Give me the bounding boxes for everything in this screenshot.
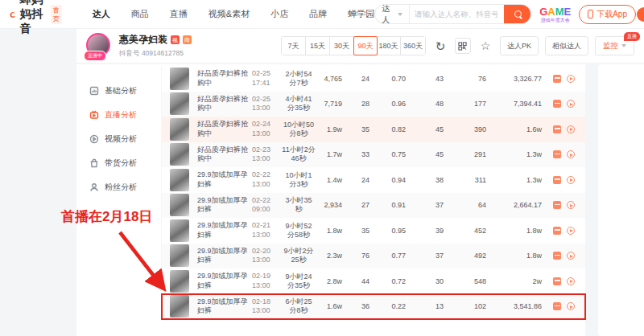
download-app-button[interactable]: 下载App <box>579 5 636 24</box>
live-title[interactable]: 好品质孕妇裤抢购中 <box>197 69 250 88</box>
stat-products: 30 <box>406 277 444 285</box>
similar-daren-button[interactable]: 相似达人 <box>545 36 588 55</box>
replay-icon[interactable] <box>567 75 575 83</box>
sidebar-item-video[interactable]: 视频分析 <box>76 127 159 151</box>
live-record-row[interactable]: 好品质孕妇裤抢购中 02-2313:00 11小时2分46秒 1.7w 33 0… <box>162 142 585 168</box>
live-title[interactable]: 29.9加绒加厚孕妇裤 <box>197 297 250 316</box>
game-event-logo[interactable]: GAME 游戏年度大会 <box>539 6 571 23</box>
live-cover-thumbnail[interactable] <box>170 143 189 166</box>
live-record-row[interactable]: 好品质孕妇裤抢购中 02-2513:00 4小时41分35秒 7,719 28 … <box>162 92 585 117</box>
goods-list-icon[interactable] <box>553 201 561 209</box>
live-title[interactable]: 29.9加绒加厚孕妇裤 <box>197 272 250 290</box>
favorite-star-icon[interactable]: ☆ <box>477 38 493 54</box>
goods-list-icon[interactable] <box>553 125 561 133</box>
live-record-row[interactable]: 29.9加绒加厚孕妇裤 02-2213:00 10小时1分3秒 1.4w 24 … <box>162 167 585 193</box>
range-30d[interactable]: 30天 <box>330 37 354 55</box>
stat-sales-amount: 1.6w <box>486 125 542 133</box>
brand-logo[interactable]: 蝉妈妈抖音 首页 <box>8 0 62 36</box>
live-datetime: 02-2113:00 <box>250 221 281 240</box>
live-cover-thumbnail[interactable] <box>170 118 189 141</box>
stat-peak: 36 <box>342 302 369 310</box>
goods-list-icon[interactable] <box>553 75 561 83</box>
live-title[interactable]: 好品质孕妇裤抢购中 <box>197 120 250 138</box>
live-record-row[interactable]: 好品质孕妇裤抢购中 02-2517:41 2小时54分7秒 4,765 24 0… <box>162 66 585 92</box>
search-button[interactable] <box>504 4 531 24</box>
analysis-card: 基础分析 直播分析 视频分析 带货分析 粉丝分析 好品质孕妇裤抢购 <box>76 64 585 336</box>
sidebar-item-live[interactable]: 直播分析 <box>76 103 159 127</box>
range-360d[interactable]: 360天 <box>401 37 425 55</box>
stat-products: 43 <box>406 75 444 83</box>
live-cover-thumbnail[interactable] <box>170 270 189 293</box>
replay-icon[interactable] <box>567 277 575 285</box>
nav-item-shop[interactable]: 小店 <box>270 8 288 20</box>
range-90d[interactable]: 90天 <box>353 36 378 55</box>
nav-item-academy[interactable]: 蝉学园 <box>348 8 374 20</box>
search-input[interactable] <box>410 10 505 18</box>
stat-ratio: 0.82 <box>369 125 406 133</box>
nav-item-goods[interactable]: 商品 <box>131 8 149 20</box>
douyin-id: 抖音号 40914612785 <box>119 49 192 59</box>
live-record-row[interactable]: 29.9加绒加厚孕妇裤 02-2013:00 9小时2分25秒 2.3w 76 … <box>162 244 585 269</box>
search-category-select[interactable]: 达人 <box>375 5 410 23</box>
live-record-row[interactable]: 29.9加绒加厚孕妇裤 02-2209:00 3小时35秒 2,934 27 0… <box>162 193 585 219</box>
live-title[interactable]: 29.9加绒加厚孕妇裤 <box>197 170 250 189</box>
goods-list-icon[interactable] <box>553 277 561 285</box>
replay-icon[interactable] <box>567 100 575 108</box>
live-cover-thumbnail[interactable] <box>170 68 189 90</box>
live-title[interactable]: 29.9加绒加厚孕妇裤 <box>197 221 250 240</box>
goods-list-icon[interactable] <box>553 302 561 310</box>
goods-list-icon[interactable] <box>553 100 561 108</box>
live-title[interactable]: 29.9加绒加厚孕妇裤 <box>197 196 250 215</box>
live-datetime: 02-2209:00 <box>250 196 281 215</box>
replay-icon[interactable] <box>567 302 575 310</box>
avatar[interactable]: 直播中 <box>86 33 112 59</box>
live-title[interactable]: 好品质孕妇裤抢购中 <box>197 95 250 113</box>
live-cover-thumbnail[interactable] <box>170 194 189 216</box>
live-cover-thumbnail[interactable] <box>170 92 189 115</box>
replay-icon[interactable] <box>567 227 575 235</box>
replay-icon[interactable] <box>567 125 575 133</box>
live-cover-thumbnail[interactable] <box>170 169 189 191</box>
range-7d[interactable]: 7天 <box>282 37 306 55</box>
live-record-row[interactable]: 好品质孕妇裤抢购中 02-2413:00 10小时50分8秒 1.9w 35 0… <box>162 117 585 142</box>
live-duration: 2小时54分7秒 <box>281 70 316 88</box>
sidebar-item-basic[interactable]: 基础分析 <box>76 79 159 103</box>
live-record-row[interactable]: 29.9加绒加厚孕妇裤 02-2113:00 9小时52分58秒 1.8w 35… <box>162 218 585 244</box>
top-navbar: 蝉妈妈抖音 首页 达人 商品 直播 视频&素材 小店 品牌 蝉学园 达人 <box>0 0 644 29</box>
replay-icon[interactable] <box>567 176 575 184</box>
stat-products: 45 <box>406 150 444 158</box>
sidebar-item-fans[interactable]: 粉丝分析 <box>76 175 159 199</box>
live-title[interactable]: 好品质孕妇裤抢购中 <box>197 145 250 164</box>
stat-viewers: 4,765 <box>316 75 342 83</box>
sidebar-item-ecom[interactable]: 带货分析 <box>76 151 159 175</box>
monitor-button[interactable]: 监控 直播 <box>595 36 634 55</box>
replay-icon[interactable] <box>567 201 575 209</box>
live-title[interactable]: 29.9加绒加厚孕妇裤 <box>197 247 250 265</box>
qrcode-icon[interactable] <box>455 38 471 54</box>
chart-doc-icon <box>89 86 99 96</box>
floating-corner-icon[interactable] <box>637 7 644 22</box>
refresh-icon[interactable]: ↻ <box>432 38 448 54</box>
nav-item-brand[interactable]: 品牌 <box>309 8 327 20</box>
live-cover-thumbnail[interactable] <box>170 219 189 242</box>
daren-pk-button[interactable]: 达人PK <box>500 36 539 55</box>
live-cover-thumbnail[interactable] <box>170 244 189 267</box>
goods-list-icon[interactable] <box>553 176 561 184</box>
range-180d[interactable]: 180天 <box>377 37 401 55</box>
live-table-body: 好品质孕妇裤抢购中 02-2517:41 2小时54分7秒 4,765 24 0… <box>162 66 585 319</box>
home-tag[interactable]: 首页 <box>51 5 62 24</box>
goods-list-icon[interactable] <box>553 227 561 235</box>
goods-list-icon[interactable] <box>553 150 561 158</box>
live-cover-thumbnail[interactable] <box>170 295 189 318</box>
goods-list-icon[interactable] <box>553 252 561 260</box>
nav-item-video-material[interactable]: 视频&素材 <box>208 8 250 20</box>
replay-icon[interactable] <box>567 150 575 158</box>
live-record-row[interactable]: 29.9加绒加厚孕妇裤 02-1813:00 6小时25分8秒 1.6w 36 … <box>162 294 585 320</box>
live-record-row[interactable]: 29.9加绒加厚孕妇裤 02-1913:00 9小时24分35秒 2.8w 44… <box>162 268 585 294</box>
replay-icon[interactable] <box>567 252 575 260</box>
stat-sales-amount: 2w <box>486 277 542 285</box>
nav-item-daren[interactable]: 达人 <box>93 8 110 20</box>
stat-viewers: 1.9w <box>316 125 342 133</box>
nav-item-live[interactable]: 直播 <box>170 8 188 20</box>
range-15d[interactable]: 15天 <box>306 37 330 55</box>
